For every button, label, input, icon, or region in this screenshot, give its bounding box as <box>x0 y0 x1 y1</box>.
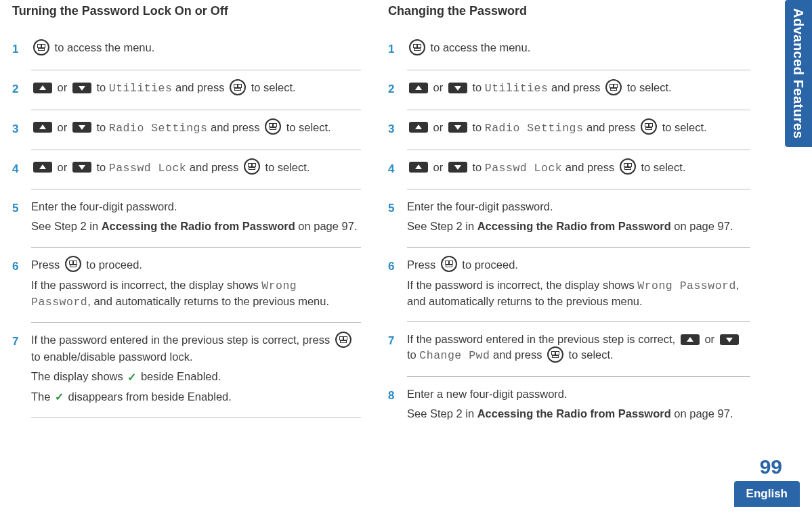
separator <box>31 189 361 189</box>
language-tab: English <box>734 481 800 507</box>
ok-button-icon <box>244 158 260 175</box>
step-number: 7 <box>388 332 407 364</box>
left-step-5: 5 Enter the four-digit password. See Ste… <box>12 194 361 242</box>
menu-item: Utilities <box>485 82 549 95</box>
separator <box>407 70 750 70</box>
step-number: 5 <box>388 199 407 234</box>
ok-button-icon <box>605 79 622 95</box>
step-number: 5 <box>12 199 31 234</box>
step-text: Enter the four-digit password. <box>31 199 361 215</box>
left-step-1: 1 to access the menu. <box>12 35 361 66</box>
right-step-6: 6 Press to proceed. If the password is i… <box>388 252 750 318</box>
check-icon: ✓ <box>127 370 136 385</box>
step-number: 2 <box>12 80 31 97</box>
page-content: Turning the Password Lock On or Off 1 to… <box>0 0 769 430</box>
check-icon: ✓ <box>55 390 64 405</box>
step-text: See Step 2 in Accessing the Radio from P… <box>31 219 361 234</box>
separator <box>407 110 750 110</box>
ok-button-icon <box>65 256 81 272</box>
up-arrow-icon <box>409 122 428 133</box>
down-arrow-icon <box>72 122 91 133</box>
separator <box>31 70 361 70</box>
display-message: Wrong Password <box>637 279 736 292</box>
ok-button-icon <box>441 256 457 272</box>
ok-button-icon <box>409 39 425 55</box>
right-step-8: 8 Enter a new four-digit password. See S… <box>388 381 750 430</box>
ok-button-icon <box>265 118 281 135</box>
left-step-2: 2 or to Utilities and press to select. <box>12 74 361 106</box>
menu-item: Radio Settings <box>109 122 208 135</box>
left-column: Turning the Password Lock On or Off 1 to… <box>12 3 388 430</box>
step-number: 4 <box>388 160 407 177</box>
left-step-4: 4 or to Passwd Lock and press to select. <box>12 154 361 185</box>
left-step-7: 7 If the password entered in the previou… <box>12 327 361 413</box>
right-step-1: 1 to access the menu. <box>388 35 750 66</box>
down-arrow-icon <box>448 122 467 133</box>
cross-ref: Accessing the Radio from Password <box>477 407 671 420</box>
left-section-title: Turning the Password Lock On or Off <box>12 3 361 20</box>
menu-item: Passwd Lock <box>485 162 562 175</box>
step-number: 1 <box>388 40 407 58</box>
ok-button-icon <box>33 39 49 55</box>
right-step-2: 2 or to Utilities and press to select. <box>388 74 750 106</box>
menu-item: Change Pwd <box>419 349 490 362</box>
step-number: 3 <box>12 120 31 137</box>
step-number: 8 <box>388 386 407 422</box>
right-section-title: Changing the Password <box>388 3 750 20</box>
step-number: 2 <box>388 80 407 97</box>
menu-item: Utilities <box>109 82 173 95</box>
ok-button-icon <box>230 79 246 95</box>
ok-button-icon <box>641 118 657 135</box>
chapter-tab: Advanced Features <box>785 0 812 147</box>
right-step-5: 5 Enter the four-digit password. See Ste… <box>388 194 750 242</box>
step-text: to access the menu. <box>427 41 530 53</box>
separator <box>407 189 750 189</box>
menu-item: Radio Settings <box>485 122 584 135</box>
up-arrow-icon <box>409 162 428 173</box>
separator <box>407 376 750 377</box>
separator <box>407 321 750 322</box>
cross-ref: Accessing the Radio from Password <box>102 220 295 232</box>
up-arrow-icon <box>33 83 52 93</box>
separator <box>407 150 750 150</box>
step-number: 4 <box>12 160 31 177</box>
step-number: 3 <box>388 120 407 137</box>
page-number: 99 <box>760 453 782 481</box>
up-arrow-icon <box>33 162 52 173</box>
step-text: Enter a new four-digit password. <box>407 386 750 402</box>
down-arrow-icon <box>448 83 467 93</box>
right-step-4: 4 or to Passwd Lock and press to select. <box>388 154 750 185</box>
ok-button-icon <box>620 158 636 175</box>
separator <box>31 110 361 110</box>
down-arrow-icon <box>448 162 467 173</box>
step-text: Enter the four-digit password. <box>407 199 750 215</box>
separator <box>31 322 361 323</box>
right-column: Changing the Password 1 to access the me… <box>388 3 764 430</box>
up-arrow-icon <box>33 122 52 133</box>
down-arrow-icon <box>720 334 739 345</box>
up-arrow-icon <box>409 83 428 93</box>
step-number: 1 <box>12 40 31 58</box>
right-step-7: 7 If the password entered in the previou… <box>388 326 750 372</box>
down-arrow-icon <box>72 162 91 173</box>
right-step-3: 3 or to Radio Settings and press to sele… <box>388 114 750 145</box>
ok-button-icon <box>547 346 563 363</box>
step-number: 6 <box>388 257 407 310</box>
separator <box>31 418 361 418</box>
step-number: 6 <box>12 257 31 311</box>
separator <box>407 247 750 248</box>
down-arrow-icon <box>72 83 91 93</box>
separator <box>31 150 361 150</box>
cross-ref: Accessing the Radio from Password <box>477 220 671 232</box>
menu-item: Passwd Lock <box>109 162 186 175</box>
left-step-6: 6 Press to proceed. If the password is i… <box>12 252 361 319</box>
up-arrow-icon <box>681 334 700 345</box>
ok-button-icon <box>335 332 351 348</box>
separator <box>31 247 361 248</box>
left-step-3: 3 or to Radio Settings and press to sele… <box>12 114 361 145</box>
step-number: 7 <box>12 332 31 405</box>
step-text: to access the menu. <box>51 41 154 53</box>
